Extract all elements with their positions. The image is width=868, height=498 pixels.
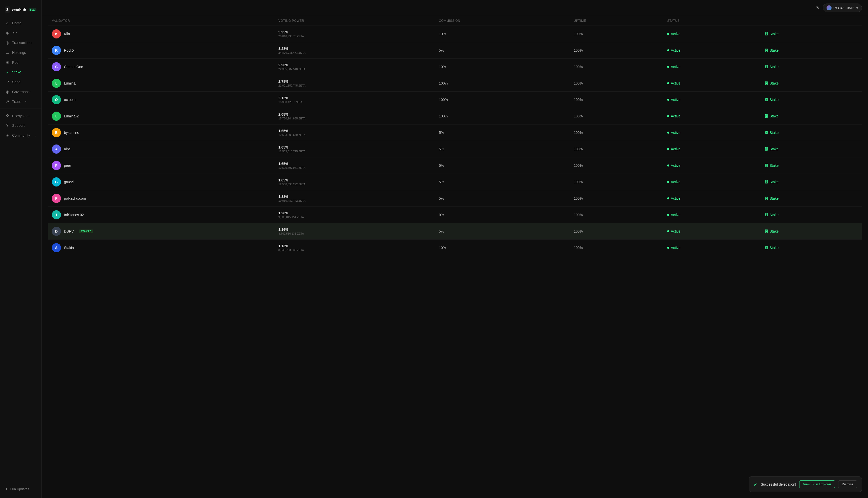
wallet-button[interactable]: 0x3345...3b16 ▾: [823, 3, 862, 12]
stake-button[interactable]: 🗄 Stake: [764, 163, 779, 168]
validator-avatar: A: [52, 144, 61, 154]
status-cell: Active: [663, 207, 760, 223]
table-row: L Lumina-2 2.08% 15,750,144.835 ZETA 100…: [48, 108, 862, 124]
community-icon: ◈: [5, 133, 10, 137]
action-cell: 🗄 Stake: [761, 207, 862, 223]
stake-icon: ⟁: [5, 70, 10, 75]
validator-avatar: B: [52, 128, 61, 137]
table-row: D DSRV STAKED 1.16% 8,742,556.135 ZETA 5…: [48, 223, 862, 240]
table-row: S Stakin 1.13% 8,549,783.335 ZETA 10% 10…: [48, 240, 862, 256]
status-label: Active: [671, 98, 680, 102]
commission-cell: 5%: [435, 141, 570, 157]
sidebar-item-support[interactable]: ? Support: [0, 121, 41, 130]
validator-name: byzantine: [64, 131, 79, 135]
sidebar-item-holdings[interactable]: ▭ Holdings: [0, 48, 41, 57]
sidebar-label-stake: Stake: [12, 70, 21, 74]
stake-button[interactable]: 🗄 Stake: [764, 147, 779, 151]
validator-name: peer: [64, 163, 71, 168]
sidebar-item-community[interactable]: ◈ Community: [0, 130, 41, 140]
stake-button[interactable]: 🗄 Stake: [764, 98, 779, 102]
action-cell: 🗄 Stake: [761, 42, 862, 59]
table-row: C Chorus One 2.96% 22,385,087.518 ZETA 1…: [48, 59, 862, 75]
sidebar-item-stake[interactable]: ⟁ Stake: [0, 67, 41, 77]
stake-button[interactable]: 🗄 Stake: [764, 114, 779, 118]
status-cell: Active: [663, 223, 760, 240]
validator-name: InfStones 02: [64, 213, 84, 217]
dismiss-button[interactable]: Dismiss: [838, 480, 857, 488]
col-validator: Validator: [48, 16, 275, 26]
sidebar-item-governance[interactable]: ◉ Governance: [0, 87, 41, 97]
validator-avatar: G: [52, 178, 61, 186]
stake-button[interactable]: 🗄 Stake: [764, 229, 779, 233]
table-row: K Kiln 3.95% 29,816,993.78 ZETA 10% 100%…: [48, 26, 862, 42]
sidebar-item-home[interactable]: ⌂ Home: [0, 18, 41, 28]
voting-power-pct: 1.65%: [279, 178, 431, 182]
stake-button[interactable]: 🗄 Stake: [764, 65, 779, 69]
commission-cell: 10%: [435, 240, 570, 256]
action-cell: 🗄 Stake: [761, 223, 862, 240]
voting-power-pct: 3.95%: [279, 30, 431, 34]
hub-updates-button[interactable]: ✦ Hub Updates: [0, 484, 41, 494]
stake-button[interactable]: 🗄 Stake: [764, 180, 779, 184]
table-row: G gruezi 1.65% 12,500,093.222 ZETA 5% 10…: [48, 174, 862, 190]
voting-power-cell: 2.12% 15,988,420.7 ZETA: [275, 92, 435, 108]
status-label: Active: [671, 81, 680, 85]
table-header-row: Validator Voting Power Commission Uptime…: [48, 16, 862, 26]
voting-power-amount: 12,503,518.715 ZETA: [279, 150, 431, 153]
voting-power-cell: 1.16% 8,742,556.135 ZETA: [275, 223, 435, 240]
validator-name: Lumina-2: [64, 114, 79, 118]
status-label: Active: [671, 163, 680, 168]
stake-button[interactable]: 🗄 Stake: [764, 32, 779, 36]
validator-name-cell: D DSRV STAKED: [48, 223, 275, 240]
sidebar-item-ecosystem[interactable]: ❖ Ecosystem: [0, 111, 41, 121]
voting-power-cell: 3.28% 24,800,035.473 ZETA: [275, 42, 435, 59]
commission-cell: 5%: [435, 124, 570, 141]
stake-button[interactable]: 🗄 Stake: [764, 81, 779, 85]
validator-name-cell: L Lumina: [48, 75, 275, 92]
commission-cell: 100%: [435, 92, 570, 108]
voting-power-pct: 1.28%: [279, 211, 431, 215]
sidebar-item-send[interactable]: ↗ Send: [0, 77, 41, 87]
toast-success-icon: ✓: [753, 481, 758, 487]
voting-power-cell: 2.96% 22,385,087.518 ZETA: [275, 59, 435, 75]
validator-name: Kiln: [64, 32, 70, 36]
transactions-icon: ◎: [5, 40, 10, 45]
sidebar-item-xp[interactable]: ◈ XP: [0, 28, 41, 38]
database-icon: 🗄: [764, 81, 768, 85]
stake-button[interactable]: 🗄 Stake: [764, 131, 779, 135]
sidebar-item-trade[interactable]: ↗ Trade ↗: [0, 97, 41, 106]
stake-button[interactable]: 🗄 Stake: [764, 246, 779, 250]
validators-table: Validator Voting Power Commission Uptime…: [48, 16, 862, 256]
voting-power-cell: 1.65% 12,500,093.222 ZETA: [275, 174, 435, 190]
sidebar-label-governance: Governance: [12, 90, 31, 94]
uptime-cell: 100%: [570, 190, 663, 207]
logo[interactable]: Z zetahub Beta: [0, 4, 41, 18]
sidebar-item-transactions[interactable]: ◎ Transactions: [0, 38, 41, 48]
validator-avatar: I: [52, 210, 61, 219]
voting-power-amount: 12,500,897.931 ZETA: [279, 166, 431, 169]
status-label: Active: [671, 32, 680, 36]
validator-name-cell: R RockX: [48, 42, 275, 59]
stake-button[interactable]: 🗄 Stake: [764, 196, 779, 200]
status-dot: [667, 115, 669, 117]
validator-name: gruezi: [64, 180, 74, 184]
stake-button[interactable]: 🗄 Stake: [764, 48, 779, 52]
sidebar-item-pool[interactable]: ⊙ Pool: [0, 57, 41, 67]
status-dot: [667, 99, 669, 101]
status-cell: Active: [663, 240, 760, 256]
governance-icon: ◉: [5, 89, 10, 94]
commission-cell: 10%: [435, 59, 570, 75]
view-tx-button[interactable]: View Tx in Explorer: [799, 480, 835, 488]
validator-avatar: C: [52, 62, 61, 71]
theme-toggle-button[interactable]: ☀: [816, 5, 820, 11]
action-cell: 🗄 Stake: [761, 26, 862, 42]
status-dot: [667, 197, 669, 199]
uptime-cell: 100%: [570, 108, 663, 124]
col-voting-power: Voting Power: [275, 16, 435, 26]
status-cell: Active: [663, 92, 760, 108]
stake-button[interactable]: 🗄 Stake: [764, 213, 779, 217]
database-icon: 🗄: [764, 246, 768, 250]
uptime-cell: 100%: [570, 59, 663, 75]
voting-power-pct: 3.28%: [279, 47, 431, 51]
voting-power-cell: 2.08% 15,750,144.835 ZETA: [275, 108, 435, 124]
